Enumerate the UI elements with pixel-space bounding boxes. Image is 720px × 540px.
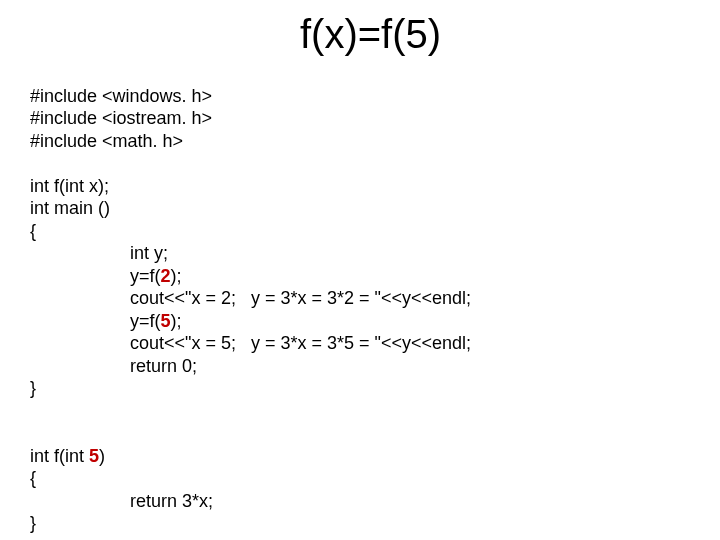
stmt: cout<<"x = 2; y = 3*x = 3*2 = "<<y<<endl… bbox=[130, 288, 471, 308]
func-sig-part: ) bbox=[99, 446, 105, 466]
include-line: #include <windows. h> bbox=[30, 86, 212, 106]
stmt: return 3*x; bbox=[130, 491, 213, 511]
brace: } bbox=[30, 513, 36, 533]
stmt-part: ); bbox=[171, 311, 182, 331]
slide: f(x)=f(5) #include <windows. h> #include… bbox=[0, 0, 720, 540]
brace: { bbox=[30, 221, 36, 241]
slide-title: f(x)=f(5) bbox=[300, 12, 441, 57]
arg-highlight: 5 bbox=[161, 311, 171, 331]
stmt: int y; bbox=[130, 243, 168, 263]
stmt-part: ); bbox=[171, 266, 182, 286]
decl-line: int f(int x); bbox=[30, 176, 109, 196]
func-sig-part: int f(int bbox=[30, 446, 89, 466]
code-block: #include <windows. h> #include <iostream… bbox=[30, 62, 471, 535]
include-line: #include <iostream. h> bbox=[30, 108, 212, 128]
stmt: cout<<"x = 5; y = 3*x = 3*5 = "<<y<<endl… bbox=[130, 333, 471, 353]
stmt: return 0; bbox=[130, 356, 197, 376]
stmt-part: y=f( bbox=[130, 311, 161, 331]
arg-highlight: 2 bbox=[161, 266, 171, 286]
brace: { bbox=[30, 468, 36, 488]
param-highlight: 5 bbox=[89, 446, 99, 466]
include-line: #include <math. h> bbox=[30, 131, 183, 151]
main-signature: int main () bbox=[30, 198, 110, 218]
brace: } bbox=[30, 378, 36, 398]
stmt-part: y=f( bbox=[130, 266, 161, 286]
